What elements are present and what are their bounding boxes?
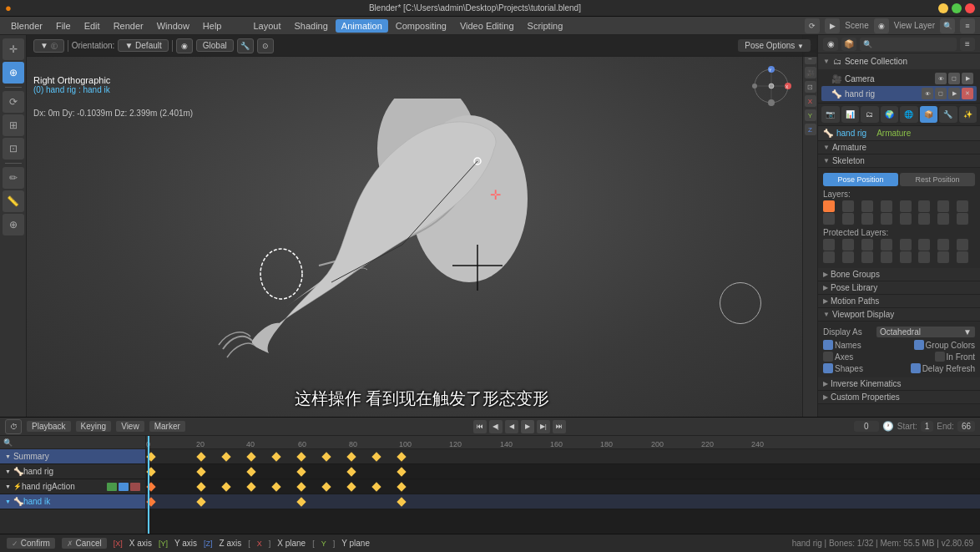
motion-paths-header[interactable]: ▶ Motion Paths	[818, 295, 980, 308]
prop-particles-icon[interactable]: ✨	[959, 106, 977, 123]
menu-edit[interactable]: Edit	[78, 19, 106, 33]
kf-act-6[interactable]	[296, 482, 306, 491]
shapes-checkbox[interactable]	[823, 363, 833, 373]
kf-act-10[interactable]	[397, 482, 406, 491]
layer-dot-4[interactable]	[881, 200, 892, 212]
kf-hr-5[interactable]	[346, 467, 356, 476]
layer-dot-3[interactable]	[861, 200, 873, 212]
workspace-shading[interactable]: Shading	[288, 19, 333, 33]
layer-dot-11[interactable]	[861, 213, 873, 225]
menu-help[interactable]: Help	[197, 19, 228, 33]
display-as-dropdown[interactable]: Octahedral ▼	[876, 327, 975, 337]
prop-world-icon[interactable]: 🌐	[900, 106, 918, 123]
vp-cam-btn[interactable]: 🎥	[805, 67, 816, 78]
workspace-video-editing[interactable]: Video Editing	[454, 19, 520, 33]
handrig-vis-btn[interactable]: 👁	[922, 88, 933, 99]
workspace-compositing[interactable]: Compositing	[390, 19, 452, 33]
vp-z-btn[interactable]: Z	[805, 124, 816, 135]
protected-dot-12[interactable]	[881, 251, 892, 263]
sc-item-camera[interactable]: 🎥 Camera 👁 ◻ ▶	[821, 71, 977, 86]
axes-checkbox-group[interactable]: Axes	[823, 352, 853, 362]
kf-sum-2[interactable]	[196, 452, 205, 461]
track-handik[interactable]: ▼ 🦴 hand ik	[0, 494, 145, 509]
kf-hr-4[interactable]	[296, 467, 306, 476]
kf-ik-4[interactable]	[397, 497, 406, 506]
handrig-extra-btn[interactable]: ✕	[962, 88, 973, 99]
workspace-layout[interactable]: Layout	[247, 19, 286, 33]
start-frame[interactable]: 1	[921, 421, 934, 432]
vp-ortho-btn[interactable]: ⊡	[805, 81, 816, 93]
prop-view-layer-icon[interactable]: 🗂	[861, 106, 879, 123]
track-handrig[interactable]: ▼ 🦴 hand rig	[0, 464, 145, 479]
layer-dot-8[interactable]	[957, 200, 968, 212]
skeleton-section-header[interactable]: ▼ Skeleton	[818, 154, 980, 168]
protected-dot-2[interactable]	[842, 239, 854, 251]
camera-vis-btn[interactable]: 👁	[935, 73, 947, 84]
kf-sum-8[interactable]	[346, 452, 356, 461]
shapes-checkbox-group[interactable]: Shapes	[823, 363, 863, 373]
menu-render[interactable]: Render	[108, 19, 149, 33]
pose-options-btn[interactable]: Pose Options ▼	[738, 39, 811, 52]
kf-ik-3[interactable]	[296, 497, 306, 506]
layer-dot-12[interactable]	[881, 213, 892, 225]
tool-measure[interactable]: 📏	[3, 190, 24, 212]
kf-hr-2[interactable]	[196, 467, 205, 476]
rp-obj-icon[interactable]: 📦	[841, 38, 856, 51]
kf-hr-6[interactable]	[397, 467, 406, 476]
kf-sum-4[interactable]	[246, 452, 255, 461]
proportional-btn[interactable]: ⊙	[257, 38, 274, 53]
prop-obj-icon[interactable]: 📦	[920, 106, 938, 123]
camera-sel-btn[interactable]: ◻	[948, 73, 960, 84]
protected-dot-4[interactable]	[881, 239, 892, 251]
rp-scene-icon[interactable]: ◉	[823, 38, 838, 51]
camera-render-btn[interactable]: ▶	[962, 73, 973, 84]
group-colors-checkbox[interactable]	[914, 340, 924, 350]
kf-sum-3[interactable]	[221, 452, 230, 461]
tl-marker-btn[interactable]: Marker	[149, 421, 185, 432]
kf-sum-7[interactable]	[321, 452, 331, 461]
tl-keying-btn[interactable]: Keying	[76, 421, 112, 432]
tool-scale[interactable]: ⊞	[3, 114, 24, 136]
scene-icon[interactable]: ◉	[874, 18, 889, 33]
kf-ik-2[interactable]	[196, 497, 205, 506]
handrig-restrict-btn[interactable]: ◻	[935, 88, 947, 99]
armature-section-header[interactable]: ▼ Armature	[818, 141, 980, 154]
protected-dot-11[interactable]	[861, 251, 873, 263]
tl-playback-btn[interactable]: Playback	[27, 421, 71, 432]
kf-sum-5[interactable]	[271, 452, 280, 461]
rp-filter-icon[interactable]: ≡	[960, 38, 975, 51]
tool-transform[interactable]: ⊡	[3, 138, 24, 160]
tl-editor-icon[interactable]: ⏱	[5, 419, 22, 434]
timeline-playhead-tracks[interactable]	[148, 436, 149, 534]
delay-refresh-checkbox[interactable]	[911, 363, 921, 373]
scene-collection-header[interactable]: ▼ 🗂 Scene Collection	[818, 53, 980, 69]
layer-dot-5[interactable]	[900, 200, 912, 212]
window-minimize[interactable]	[938, 3, 948, 13]
kf-act-9[interactable]	[371, 482, 381, 491]
kf-act-2[interactable]	[196, 482, 205, 491]
tool-annotate[interactable]: ✏	[3, 167, 24, 189]
tool-move[interactable]: ⊕	[3, 62, 24, 84]
names-checkbox[interactable]	[823, 340, 833, 350]
viewport-display-header[interactable]: ▼ Viewport Display	[818, 308, 980, 322]
kf-sum-9[interactable]	[371, 452, 381, 461]
in-front-checkbox[interactable]	[935, 352, 945, 362]
layer-dot-10[interactable]	[842, 213, 854, 225]
end-frame[interactable]: 66	[957, 421, 975, 432]
protected-dot-15[interactable]	[937, 251, 949, 263]
tool-cursor[interactable]: ✛	[3, 38, 24, 60]
protected-dot-6[interactable]	[918, 239, 930, 251]
orientation-dropdown[interactable]: ▼ Default	[118, 39, 168, 52]
kf-sum-10[interactable]	[397, 452, 406, 461]
workspace-scripting[interactable]: Scripting	[522, 19, 569, 33]
vp-y-btn[interactable]: Y	[805, 109, 816, 121]
ik-header[interactable]: ▶ Inverse Kinematics	[818, 377, 980, 391]
layer-dot-6[interactable]	[918, 200, 930, 212]
protected-dot-16[interactable]	[957, 251, 968, 263]
kf-act-4[interactable]	[246, 482, 255, 491]
timeline-tracks[interactable]: 0 20 40 60 80 100 120 140 160 180 200 22…	[146, 436, 980, 534]
cancel-btn[interactable]: ✗ Cancel	[62, 538, 107, 549]
sync-icon[interactable]: ⟳	[805, 18, 820, 33]
protected-dot-5[interactable]	[900, 239, 912, 251]
layer-dot-15[interactable]	[937, 213, 949, 225]
